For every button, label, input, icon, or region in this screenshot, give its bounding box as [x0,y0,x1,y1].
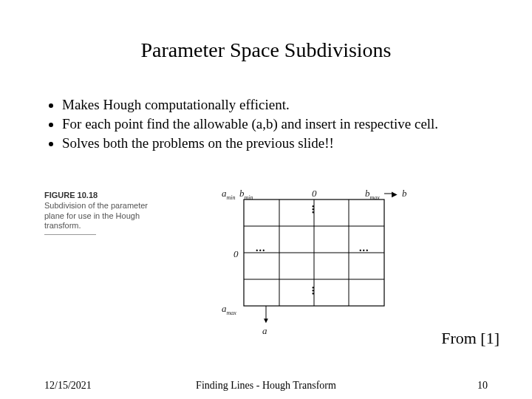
figure-number: FIGURE 10.18 [44,191,98,200]
list-item: Makes Hough computationally efficient. [62,96,488,114]
page-number: 10 [477,380,488,392]
ellipsis-vertical-icon: ••• [312,205,315,214]
ellipsis-horizontal-icon: ··· [256,245,266,257]
list-item: For each point find the allowable (a,b) … [62,115,488,133]
figure-caption: FIGURE 10.18 Subdivision of the paramete… [44,191,155,235]
page-title: Parameter Space Subdivisions [0,38,532,62]
footer-title: Finding Lines - Hough Transform [44,380,488,392]
figure: FIGURE 10.18 Subdivision of the paramete… [44,191,488,331]
figure-rule [44,234,96,235]
bullet-list: Makes Hough computationally efficient. F… [44,96,488,153]
ellipsis-vertical-icon: ••• [312,287,315,296]
slide: Parameter Space Subdivisions Makes Hough… [0,0,532,399]
parameter-grid: bmin 0 bmax ▶ b amin 0 amax ▼ a [214,191,414,331]
citation-ref: From [1] [441,329,499,348]
figure-caption-text: Subdivision of the parameter plane for u… [44,201,148,231]
list-item: Solves both the problems on the previous… [62,134,488,152]
ellipsis-horizontal-icon: ··· [359,245,369,257]
